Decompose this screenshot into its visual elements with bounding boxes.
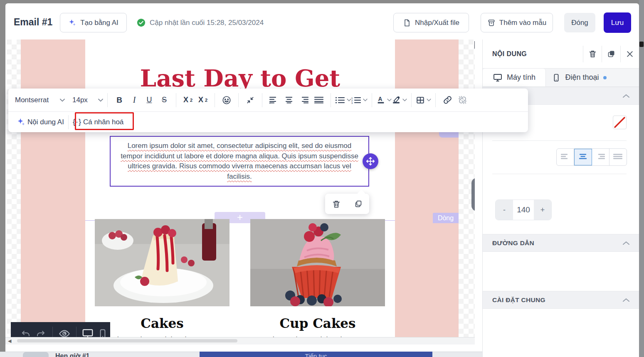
collapse-toolbar-icon[interactable] (243, 93, 258, 108)
email-heading[interactable]: Last Day to Get (85, 64, 395, 92)
column-badge-partial (439, 132, 459, 138)
align-justify-button[interactable] (609, 149, 627, 165)
italic-button[interactable]: I (127, 93, 142, 108)
divider (331, 93, 331, 107)
chevron-down-icon (98, 98, 103, 102)
horizontal-scrollbar-thumb[interactable] (17, 339, 237, 342)
divider (238, 93, 239, 107)
chevron-down-icon (363, 98, 368, 101)
general-section-bar[interactable]: CÀI ĐẶT CHUNG (483, 291, 639, 309)
align-center-button[interactable] (574, 149, 592, 165)
chevron-down-icon (427, 98, 431, 101)
superscript-button[interactable]: X2 (180, 93, 195, 108)
selected-text-block[interactable]: Lorem ipsum dolor sit amet, consectetur … (110, 136, 369, 187)
generate-ai-label: Tạo bằng AI (80, 19, 118, 27)
phone-icon (552, 73, 561, 82)
divider (107, 93, 108, 107)
highlight-color-button[interactable] (392, 93, 407, 108)
emoji-button[interactable] (219, 93, 234, 108)
path-section-bar[interactable]: ĐƯỜNG DẪN (483, 234, 639, 252)
underline-button[interactable]: U (142, 93, 157, 108)
page-scrollbar-strip[interactable] (639, 0, 644, 357)
divider (492, 140, 627, 141)
email-canvas: Last Day to Get Lorem ipsum dolor sit am… (5, 39, 475, 345)
save-button[interactable]: Lưu (604, 12, 631, 33)
remove-link-button[interactable] (455, 93, 470, 108)
scroll-left-arrow[interactable]: ◀ (8, 338, 11, 344)
tab-desktop[interactable]: Máy tính (483, 69, 546, 86)
text-block-content[interactable]: Lorem ipsum dolor sit amet, consectetur … (111, 141, 368, 182)
transparency-checker-left (7, 39, 22, 345)
duplicate-element-icon[interactable] (602, 46, 620, 62)
insert-link-button[interactable] (440, 93, 455, 108)
curly-braces-icon: {·} (73, 118, 81, 126)
row-badge: Dòng (433, 213, 459, 223)
sparkle-icon (17, 118, 26, 127)
general-section-title: CÀI ĐẶT CHUNG (492, 296, 545, 304)
import-export-button[interactable]: Nhập/Xuất file (393, 13, 469, 32)
strikethrough-button[interactable]: S (157, 93, 172, 108)
tab-desktop-label: Máy tính (507, 73, 535, 82)
sparkle-icon (68, 19, 76, 27)
line-height-decrease[interactable]: - (496, 200, 513, 220)
file-icon (403, 19, 411, 27)
color-none-swatch[interactable] (613, 116, 627, 129)
panel-collapse-handle[interactable] (471, 178, 475, 211)
align-left-button[interactable] (266, 93, 281, 108)
chevron-up-icon (623, 94, 629, 98)
row2-right-padding (395, 221, 459, 345)
continue-button[interactable]: Tiếp tục (200, 352, 432, 357)
align-right-button[interactable] (296, 93, 311, 108)
text-color-button[interactable]: A (376, 93, 392, 108)
generate-ai-button[interactable]: Tạo bằng AI (60, 13, 127, 32)
personalize-label: Cá nhân hoá (83, 118, 123, 126)
bullet-list-button[interactable] (335, 93, 351, 108)
numbered-list-button[interactable]: 123 (351, 93, 368, 108)
font-family-select[interactable]: Montserrat (15, 93, 65, 108)
bold-button[interactable]: B (112, 93, 127, 108)
ai-content-button[interactable]: Nội dung AI (17, 115, 64, 130)
close-panel-icon[interactable] (620, 46, 639, 62)
cake-image[interactable] (95, 219, 229, 306)
align-center-button[interactable] (281, 93, 296, 108)
ai-content-label: Nội dung AI (27, 118, 64, 126)
import-export-label: Nhập/Xuất file (415, 19, 459, 27)
add-to-template-button[interactable]: Thêm vào mẫu (481, 13, 553, 32)
personalize-button[interactable]: {·} Cá nhân hoá (73, 115, 123, 130)
scroll-up-button[interactable] (474, 41, 475, 49)
content-settings-panel: NỘI DUNG Máy tính Điện th (482, 39, 639, 357)
delete-block-icon[interactable] (332, 199, 341, 209)
card-title-cakes[interactable]: Cakes (95, 316, 229, 331)
tab-mobile[interactable]: Điện thoại (546, 69, 612, 86)
font-size-value: 14px (72, 96, 88, 104)
chevron-down-icon (60, 98, 65, 102)
align-left-button[interactable] (557, 149, 574, 165)
subscript-button[interactable]: X2 (195, 93, 210, 108)
divider (68, 115, 69, 129)
delete-element-icon[interactable] (583, 46, 602, 62)
tab-mobile-label: Điện thoại (565, 73, 599, 82)
font-size-select[interactable]: 14px (72, 93, 103, 108)
email-builder-app: Hẹn giờ #1 Tiếp tục Email #1 Tạo bằng AI… (0, 0, 644, 357)
card-title-cupcakes[interactable]: Cup Cakes (250, 316, 385, 331)
line-height-increase[interactable]: + (534, 200, 551, 220)
chevron-down-icon (387, 98, 392, 101)
align-right-button[interactable] (592, 149, 609, 165)
last-updated-text: Cập nhật lần cuối 15:28, 25/03/2024 (150, 19, 264, 27)
align-justify-button[interactable] (311, 93, 326, 108)
move-handle[interactable] (363, 153, 378, 169)
flow-node-thumbnail (23, 352, 49, 357)
monitor-icon (493, 73, 503, 83)
close-editor-button[interactable]: Đóng (564, 13, 595, 32)
line-height-value[interactable]: 140 (513, 200, 534, 220)
svg-text:A: A (378, 96, 382, 102)
path-section-title: ĐƯỜNG DẪN (492, 239, 534, 247)
text-align-control (556, 148, 627, 166)
panel-header: NỘI DUNG (483, 39, 639, 69)
cupcake-image[interactable] (250, 219, 385, 306)
line-height-stepper: - 140 + (495, 199, 552, 220)
chevron-down-icon (402, 98, 407, 101)
divider (215, 93, 215, 107)
duplicate-block-icon[interactable] (354, 199, 363, 209)
table-button[interactable] (416, 93, 431, 108)
